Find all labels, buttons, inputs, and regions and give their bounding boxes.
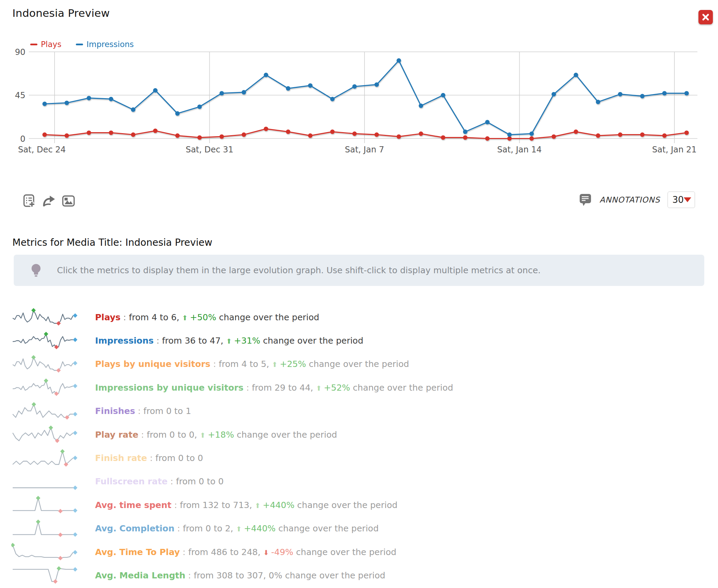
metric-sparkline [11,377,82,398]
metric-row-avg-completion[interactable]: Avg. Completion : from 0 to 2, ⬆ +440% c… [0,517,718,540]
metric-name: Finish rate [95,453,147,463]
metric-row-impressions-by-unique-visitors[interactable]: Impressions by unique visitors : from 29… [0,376,718,399]
metric-range: from 0 to 1 [143,406,191,416]
svg-text:Sat, Jan 21: Sat, Jan 21 [652,145,697,154]
metric-change-suffix: change over the period [276,523,379,533]
metric-range: from 0 to 0 [155,453,203,463]
metric-change-suffix: change over the period [234,430,337,440]
metric-separator: : [138,430,147,440]
close-button[interactable] [698,10,713,24]
metric-row-plays[interactable]: Plays : from 4 to 6, ⬆ +50% change over … [0,305,718,329]
metric-separator: : [210,359,219,369]
metric-name: Plays [95,312,120,322]
annotations-period-select[interactable]: 30 [668,192,695,208]
trend-up-icon: ⬆ [272,360,280,369]
metric-name: Impressions [95,336,154,346]
metric-sparkline [11,401,82,422]
svg-text:90: 90 [15,47,25,57]
hint-text: Click the metrics to display them in the… [57,265,541,275]
chevron-down-icon [684,197,691,202]
metric-separator: : [185,570,194,580]
metric-range: from 486 to 248, [188,547,263,557]
metric-name: Fullscreen rate [95,476,167,486]
metric-sparkline [11,354,82,374]
metrics-list: Plays : from 4 to 6, ⬆ +50% change over … [0,305,718,587]
metric-separator: : [243,383,252,393]
metric-text: Plays : from 4 to 6, ⬆ +50% change over … [95,312,319,322]
svg-text:Sat, Jan 14: Sat, Jan 14 [497,145,542,154]
metric-sparkline [11,565,82,586]
metric-name: Plays by unique visitors [95,359,210,369]
trend-up-icon: ⬆ [316,384,324,392]
metric-text: Finishes : from 0 to 1 [95,406,191,416]
metric-range: from 4 to 5, [219,359,272,369]
metric-text: Avg. time spent : from 132 to 713, ⬆ +44… [95,500,397,510]
metric-range: from 132 to 713, [180,500,255,510]
metric-sparkline [11,518,82,539]
metric-name: Avg. Media Length [95,570,185,580]
metric-text: Avg. Time To Play : from 486 to 248, ⬇ -… [95,547,396,557]
chart-toolbar [23,194,76,208]
metric-change-percent: +52% [324,383,350,393]
metric-text: Impressions by unique visitors : from 29… [95,383,453,393]
annotations-icon[interactable] [579,193,592,207]
svg-text:Sat, Dec 31: Sat, Dec 31 [186,145,233,154]
metric-change-percent: -49% [271,547,293,557]
metric-row-play-rate[interactable]: Play rate : from 0 to 0, ⬆ +18% change o… [0,423,718,446]
metric-change-suffix: change over the period [293,547,396,557]
metric-row-impressions[interactable]: Impressions : from 36 to 47, ⬆ +31% chan… [0,329,718,352]
metric-change-suffix: change over the period [294,500,397,510]
metric-sparkline [11,495,82,515]
svg-text:Sat, Dec 24: Sat, Dec 24 [18,145,66,154]
metric-sparkline [11,448,82,469]
metric-range: from 36 to 47, [162,336,226,346]
metric-text: Finish rate : from 0 to 0 [95,453,203,463]
metric-range: from 0 to 0 [176,476,224,486]
metric-name: Avg. Completion [95,523,174,533]
metric-text: Play rate : from 0 to 0, ⬆ +18% change o… [95,430,337,440]
metric-separator: : [172,500,180,510]
period-value: 30 [672,195,684,205]
metric-range: from 308 to 307, [194,570,268,580]
metric-row-fullscreen-rate[interactable]: Fullscreen rate : from 0 to 0 [0,470,718,493]
metric-row-plays-by-unique-visitors[interactable]: Plays by unique visitors : from 4 to 5, … [0,353,718,376]
metric-sparkline [11,424,82,445]
metric-name: Avg. Time To Play [95,547,180,557]
metric-row-avg-time-spent[interactable]: Avg. time spent : from 132 to 713, ⬆ +44… [0,493,718,517]
metric-row-finish-rate[interactable]: Finish rate : from 0 to 0 [0,446,718,470]
metric-sparkline [11,471,82,492]
metric-change-percent: +440% [263,500,294,510]
share-icon[interactable] [42,194,56,208]
svg-text:45: 45 [15,91,25,100]
trend-down-icon: ⬇ [263,549,271,557]
svg-text:0: 0 [20,134,25,144]
series-impressions[interactable] [43,58,689,137]
evolution-line-chart[interactable]: 04590Sat, Dec 24Sat, Dec 31Sat, Jan 7Sat… [10,45,701,159]
metric-row-finishes[interactable]: Finishes : from 0 to 1 [0,400,718,423]
metric-row-avg-time-to-play[interactable]: Avg. Time To Play : from 486 to 248, ⬇ -… [0,540,718,564]
metric-name: Impressions by unique visitors [95,383,243,393]
metric-name: Avg. time spent [95,500,172,510]
metric-row-avg-media-length[interactable]: Avg. Media Length : from 308 to 307, 0% … [0,564,718,587]
metric-change-suffix: change over the period [260,336,363,346]
metric-separator: : [154,336,162,346]
export-image-icon[interactable] [62,194,76,208]
metric-change-percent: +50% [190,312,216,322]
metric-text: Avg. Media Length : from 308 to 307, 0% … [95,570,385,580]
trend-up-icon: ⬆ [182,314,190,322]
metric-separator: : [135,406,143,416]
metric-text: Impressions : from 36 to 47, ⬆ +31% chan… [95,336,363,346]
metric-text: Plays by unique visitors : from 4 to 5, … [95,359,409,369]
page-title: Indonesia Preview [12,7,110,19]
trend-up-icon: ⬆ [236,525,244,533]
metric-name: Play rate [95,430,138,440]
metric-separator: : [167,476,176,486]
add-to-report-icon[interactable] [23,194,36,208]
metric-sparkline [11,307,82,327]
svg-text:Sat, Jan 7: Sat, Jan 7 [345,145,384,154]
metric-separator: : [180,547,188,557]
trend-up-icon: ⬆ [255,501,263,510]
metric-change-percent: +18% [208,430,234,440]
trend-up-icon: ⬆ [226,337,234,345]
hint-box: Click the metrics to display them in the… [14,255,704,286]
